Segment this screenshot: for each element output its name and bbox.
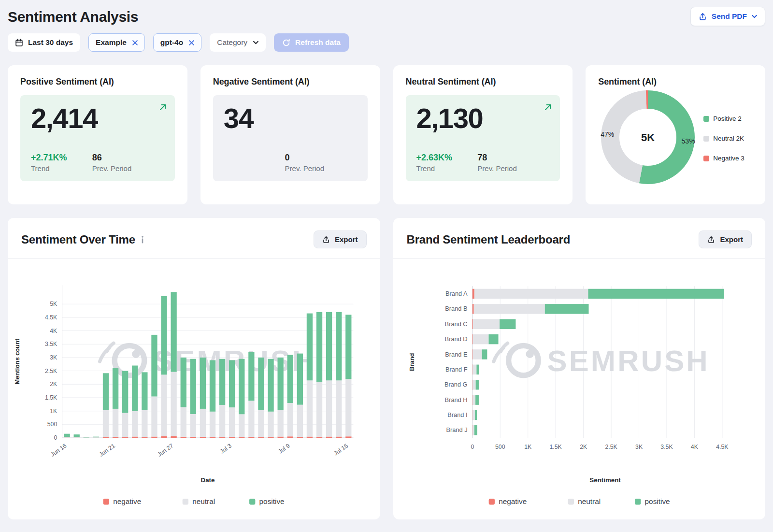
remove-chip-icon[interactable] bbox=[132, 40, 138, 45]
panel-title: Sentiment Over Time bbox=[21, 233, 135, 246]
svg-text:1.5K: 1.5K bbox=[549, 444, 562, 450]
info-icon[interactable] bbox=[141, 236, 144, 244]
svg-text:positive: positive bbox=[259, 497, 285, 505]
svg-text:3K: 3K bbox=[635, 444, 643, 450]
prev-value: 86 bbox=[92, 153, 164, 163]
brand-label: Brand D bbox=[444, 335, 467, 343]
legend-label: Positive 2 bbox=[713, 115, 742, 122]
filter-chip-model[interactable]: gpt-4o bbox=[153, 33, 201, 52]
category-label: Category bbox=[217, 38, 247, 47]
panel-header: Brand Sentiment Leaderboard Export bbox=[393, 218, 766, 258]
legend-item-positive: positive bbox=[635, 497, 670, 505]
svg-text:2.5K: 2.5K bbox=[605, 444, 617, 450]
chevron-down-icon bbox=[253, 41, 258, 44]
panel-title: Brand Sentiment Leaderboard bbox=[407, 233, 571, 246]
svg-text:negative: negative bbox=[113, 497, 141, 505]
brand-leaderboard-svg: 05001K1.5K2K2.5K3K3.5K4K4.5K SEMRUSH Bra… bbox=[397, 260, 762, 518]
brand-label: Brand G bbox=[444, 381, 467, 388]
svg-text:5K: 5K bbox=[50, 301, 57, 307]
sentiment-over-time-svg: 05001K1.5K2K2.5K3K3.5K4K4.5K5K SEMRUSH J… bbox=[12, 260, 376, 518]
svg-text:4K: 4K bbox=[50, 328, 57, 334]
svg-text:2K: 2K bbox=[50, 381, 57, 388]
kpi-value-box: 2,414 +2.71K% Trend 86 Prev. Period bbox=[20, 95, 175, 181]
kpi-title: Negative Sentiment (AI) bbox=[213, 77, 368, 87]
kpi-value-box: 2,130 +2.63K% Trend 78 Prev. Period bbox=[406, 95, 560, 181]
kpi-title: Neutral Sentiment (AI) bbox=[406, 77, 560, 87]
send-pdf-label: Send PDF bbox=[712, 12, 747, 21]
svg-text:0: 0 bbox=[471, 444, 474, 450]
kpi-card-positive: Positive Sentiment (AI) 2,414 +2.71K% Tr… bbox=[8, 65, 187, 204]
sentiment-donut-card: Sentiment (AI) 53%47% 5K Positive 2 Neut… bbox=[586, 65, 765, 204]
export-label: Export bbox=[335, 235, 358, 244]
send-pdf-button[interactable]: Send PDF bbox=[690, 7, 765, 26]
prev-value: 78 bbox=[477, 153, 549, 163]
date-range-button[interactable]: Last 30 days bbox=[8, 33, 80, 52]
legend-label: Neutral 2K bbox=[713, 135, 744, 142]
kpi-card-neutral: Neutral Sentiment (AI) 2,130 +2.63K% Tre… bbox=[393, 65, 573, 204]
kpi-prev: 0 Prev. Period bbox=[285, 153, 357, 173]
filter-chip-example[interactable]: Example bbox=[88, 33, 145, 52]
export-button[interactable]: Export bbox=[699, 230, 752, 248]
calendar-icon bbox=[15, 39, 23, 47]
x-tick-label: Jul 3 bbox=[219, 442, 233, 455]
x-tick-label: Jul 9 bbox=[277, 442, 291, 455]
upload-icon bbox=[699, 13, 707, 21]
svg-text:4.5K: 4.5K bbox=[45, 314, 57, 321]
sentiment-donut-svg: 53%47% 5K bbox=[598, 88, 699, 187]
sentiment-donut-chart: 53%47% 5K Positive 2 Neutral 2K Negative… bbox=[598, 88, 765, 189]
svg-text:1.5K: 1.5K bbox=[45, 394, 57, 401]
svg-text:1K: 1K bbox=[50, 408, 57, 415]
trend-label: Trend bbox=[31, 164, 92, 173]
donut-pct-label: 47% bbox=[601, 130, 614, 138]
svg-text:3.5K: 3.5K bbox=[45, 341, 57, 347]
trend-value: +2.71K% bbox=[31, 153, 92, 163]
brand-label: Brand I bbox=[447, 411, 467, 418]
legend-item-negative: negative bbox=[488, 497, 527, 505]
brand-label: Brand F bbox=[445, 366, 468, 373]
donut-legend-item: Positive 2 bbox=[703, 115, 744, 122]
refresh-data-button[interactable]: Refresh data bbox=[274, 33, 349, 52]
brand-label: Brand A bbox=[445, 290, 468, 297]
donut-center-label: 5K bbox=[641, 131, 655, 144]
x-axis-title: Sentiment bbox=[589, 476, 621, 484]
page-title: Sentiment Analysis bbox=[8, 7, 138, 25]
date-range-label: Last 30 days bbox=[28, 38, 73, 47]
donut-svg-container: 53%47% 5K bbox=[598, 88, 699, 189]
svg-text:500: 500 bbox=[47, 421, 57, 428]
kpi-stats: +2.71K% Trend 86 Prev. Period bbox=[31, 153, 164, 173]
legend-swatch bbox=[703, 136, 709, 142]
x-tick-label: Jul 15 bbox=[332, 442, 349, 457]
svg-text:2.5K: 2.5K bbox=[45, 368, 57, 374]
brand-leaderboard-chart: 05001K1.5K2K2.5K3K3.5K4K4.5K SEMRUSH Bra… bbox=[393, 259, 766, 518]
kpi-row: Positive Sentiment (AI) 2,414 +2.71K% Tr… bbox=[8, 65, 765, 204]
brand-label: Brand B bbox=[445, 305, 467, 312]
sentiment-over-time-chart: 05001K1.5K2K2.5K3K3.5K4K4.5K5K SEMRUSH J… bbox=[8, 259, 380, 518]
donut-legend-item: Negative 3 bbox=[703, 155, 744, 162]
semrush-watermark: SEMRUSH bbox=[493, 343, 709, 377]
kpi-stats: 0 Prev. Period bbox=[224, 153, 357, 173]
trend-label: Trend bbox=[416, 164, 478, 173]
upload-icon bbox=[322, 236, 330, 244]
svg-text:1K: 1K bbox=[524, 444, 532, 450]
kpi-trend bbox=[224, 153, 285, 173]
brand-label: Brand H bbox=[444, 396, 467, 403]
brand-label: Brand J bbox=[446, 426, 467, 433]
x-axis-title: Date bbox=[201, 476, 215, 484]
category-dropdown[interactable]: Category bbox=[210, 33, 266, 52]
sentiment-analysis-dashboard: Sentiment Analysis Send PDF Last 30 days… bbox=[0, 0, 773, 526]
kpi-value: 34 bbox=[224, 102, 357, 134]
sentiment-over-time-panel: Sentiment Over Time Export 05001K1.5K2K2… bbox=[8, 218, 380, 519]
upload-icon bbox=[707, 236, 715, 244]
svg-text:2K: 2K bbox=[580, 444, 587, 450]
donut-legend-item: Neutral 2K bbox=[703, 135, 744, 142]
prev-label: Prev. Period bbox=[285, 164, 357, 173]
remove-chip-icon[interactable] bbox=[189, 40, 194, 45]
x-tick-label: Jun 21 bbox=[98, 442, 116, 458]
svg-text:negative: negative bbox=[499, 497, 527, 505]
kpi-value: 2,414 bbox=[31, 102, 164, 134]
kpi-prev: 86 Prev. Period bbox=[92, 153, 164, 173]
export-button[interactable]: Export bbox=[314, 230, 367, 248]
kpi-card-negative: Negative Sentiment (AI) 34 0 Prev. Perio… bbox=[200, 65, 380, 204]
kpi-stats: +2.63K% Trend 78 Prev. Period bbox=[416, 153, 550, 173]
legend-swatch bbox=[703, 116, 709, 122]
